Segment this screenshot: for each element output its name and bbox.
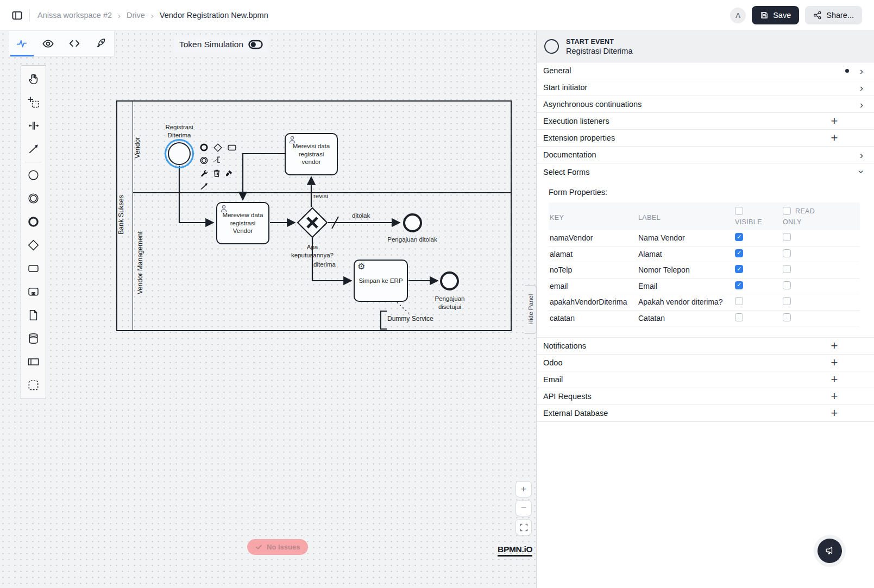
- append-gateway[interactable]: [212, 142, 223, 153]
- zoom-out-button[interactable]: −: [515, 500, 532, 516]
- create-start-event[interactable]: [21, 163, 46, 187]
- create-data-store[interactable]: [21, 327, 46, 350]
- hand-tool[interactable]: [21, 67, 46, 91]
- sidebar-toggle-button[interactable]: [10, 8, 24, 22]
- color-brush-icon[interactable]: [224, 168, 234, 178]
- create-participant[interactable]: [21, 350, 46, 374]
- lasso-tool[interactable]: [21, 91, 46, 114]
- panel-section[interactable]: Execution listeners +: [537, 113, 874, 130]
- token-simulation-toggle[interactable]: Token Simulation: [174, 36, 268, 53]
- property-label: Apakah vendor diterima?: [638, 298, 735, 306]
- append-task[interactable]: [227, 142, 237, 153]
- bpmn-io-logo[interactable]: BPMN.iO: [498, 545, 532, 557]
- fit-viewport-button[interactable]: [515, 519, 532, 535]
- create-task[interactable]: [21, 257, 46, 280]
- wrench-icon[interactable]: [199, 168, 209, 178]
- section-action-icon[interactable]: +: [829, 374, 840, 385]
- readonly-checkbox[interactable]: [783, 233, 791, 241]
- pulse-icon: [16, 37, 28, 49]
- form-property-row: apakahVendorDiterima Apakah vendor diter…: [549, 294, 860, 311]
- section-action-icon[interactable]: ›: [856, 99, 867, 110]
- section-action-icon[interactable]: +: [829, 407, 840, 419]
- append-intermediate-event[interactable]: [199, 155, 209, 166]
- readonly-checkbox[interactable]: [783, 313, 791, 321]
- lane-label-vendor: Vendor: [134, 137, 141, 159]
- panel-section[interactable]: Extension properties +: [537, 130, 874, 147]
- section-action-icon[interactable]: ›: [857, 167, 867, 178]
- start-event[interactable]: [168, 142, 191, 165]
- status-badge[interactable]: No Issues: [247, 539, 308, 555]
- readonly-all-checkbox[interactable]: [783, 207, 791, 215]
- append-text-annotation[interactable]: [212, 155, 223, 166]
- create-data-object[interactable]: [21, 304, 46, 327]
- property-label: Nama Vendor: [638, 233, 735, 242]
- create-intermediate-event[interactable]: [21, 187, 46, 210]
- tab-code[interactable]: [61, 31, 88, 56]
- visible-checkbox[interactable]: [735, 281, 743, 289]
- save-button[interactable]: Save: [752, 6, 799, 24]
- panel-section[interactable]: External Database +: [537, 405, 874, 422]
- create-subprocess[interactable]: [21, 280, 46, 304]
- zoom-in-button[interactable]: +: [515, 481, 532, 497]
- task-merevisi[interactable]: Merevisi data registrasi vendor: [285, 133, 338, 175]
- exclusive-gateway[interactable]: [296, 206, 329, 239]
- section-action-icon[interactable]: ›: [856, 83, 867, 93]
- avatar[interactable]: A: [730, 8, 746, 23]
- hide-panel-tab[interactable]: Hide Panel: [525, 285, 537, 334]
- panel-section[interactable]: Start initiator ›: [537, 79, 874, 96]
- panel-section[interactable]: General ›: [537, 62, 874, 79]
- readonly-checkbox[interactable]: [783, 297, 791, 305]
- panel-section[interactable]: Select Forms ›: [537, 163, 874, 180]
- create-gateway[interactable]: [21, 233, 46, 257]
- panel-section[interactable]: Email +: [537, 371, 874, 388]
- visible-checkbox[interactable]: [735, 233, 743, 241]
- breadcrumb-item[interactable]: Drive: [127, 11, 145, 20]
- task-simpan-ke-erp[interactable]: ⚙ Simpan ke ERP: [354, 260, 408, 302]
- readonly-checkbox[interactable]: [783, 281, 791, 289]
- section-action-icon[interactable]: +: [829, 132, 840, 144]
- panel-section[interactable]: API Requests +: [537, 388, 874, 405]
- feedback-button[interactable]: [818, 539, 842, 563]
- end-event-approved[interactable]: [440, 271, 459, 290]
- property-key: noTelp: [550, 265, 638, 274]
- visible-checkbox[interactable]: [735, 265, 743, 273]
- breadcrumb-item[interactable]: Anissa workspace #2: [37, 11, 112, 20]
- tab-preview[interactable]: [35, 31, 62, 56]
- section-action-icon[interactable]: +: [829, 340, 840, 352]
- panel-section[interactable]: Odoo +: [537, 355, 874, 371]
- visible-all-checkbox[interactable]: [735, 207, 743, 215]
- connect-arrow-icon[interactable]: [199, 181, 209, 191]
- task-mereview[interactable]: Mereview data registrasi Vendor: [216, 202, 269, 244]
- panel-section[interactable]: Notifications +: [537, 338, 874, 355]
- breadcrumb-item[interactable]: Vendor Registration New.bpmn: [160, 11, 268, 20]
- trash-icon[interactable]: [211, 168, 222, 178]
- create-group[interactable]: [21, 374, 46, 397]
- tab-simulation[interactable]: [9, 31, 35, 56]
- create-end-event[interactable]: [21, 210, 46, 233]
- visible-checkbox[interactable]: [735, 297, 743, 305]
- append-end-event[interactable]: [199, 142, 209, 153]
- readonly-checkbox[interactable]: [783, 249, 791, 257]
- global-connect-tool[interactable]: [21, 137, 46, 161]
- properties-panel: START EVENT Registrasi Diterima General …: [537, 31, 874, 588]
- visible-checkbox[interactable]: [735, 249, 743, 257]
- end-event-rejected[interactable]: [403, 213, 422, 232]
- section-action-icon[interactable]: ›: [856, 150, 867, 160]
- readonly-checkbox[interactable]: [783, 265, 791, 273]
- section-action-icon[interactable]: +: [829, 115, 840, 127]
- panel-section[interactable]: Documentation ›: [537, 147, 874, 163]
- visible-checkbox[interactable]: [735, 313, 743, 321]
- share-button[interactable]: Share...: [805, 6, 862, 24]
- space-tool[interactable]: [21, 114, 46, 137]
- section-action-icon[interactable]: +: [829, 390, 840, 402]
- text-annotation[interactable]: Dummy Service: [387, 315, 433, 324]
- pool-header-band[interactable]: Bank Sukses: [117, 102, 133, 330]
- select-forms-content: Form Properties: KEY LABEL VISIBLE READ …: [537, 180, 874, 338]
- panel-section[interactable]: Asynchronous continuations ›: [537, 96, 874, 113]
- tab-deploy[interactable]: [88, 31, 115, 56]
- table-body: namaVendor Nama Vendor alamat Alamat: [549, 230, 860, 326]
- section-label: Email: [543, 375, 829, 384]
- section-action-icon[interactable]: +: [829, 357, 840, 369]
- section-action-icon[interactable]: ›: [856, 66, 867, 76]
- bpmn-canvas[interactable]: Token Simulation Bank Sukses: [0, 31, 537, 588]
